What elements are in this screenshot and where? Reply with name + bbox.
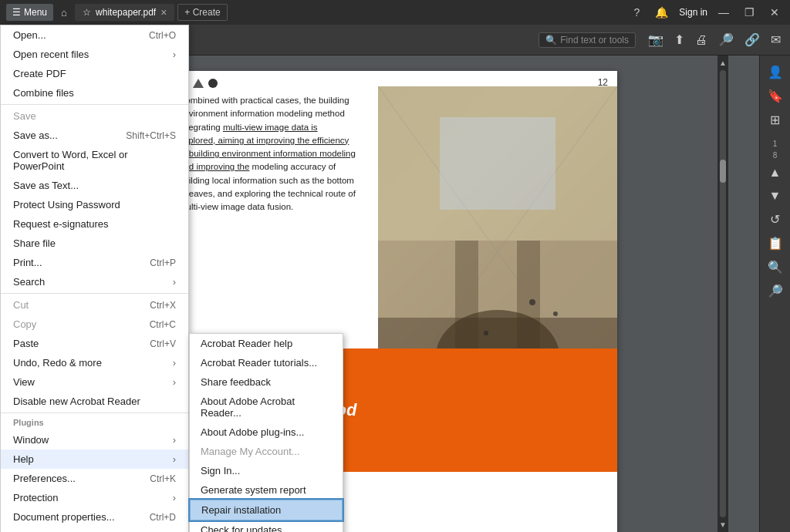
submenu-item-tutorials[interactable]: Acrobat Reader tutorials... [190,353,343,372]
menu-item-doc-props[interactable]: Document properties... Ctrl+D [1,507,188,527]
menu-search-arrow: › [173,276,176,288]
home-button[interactable]: ⌂ [56,4,72,21]
menu-undo-label: Undo, Redo & more [13,357,102,369]
svg-point-11 [484,331,488,335]
menu-item-search[interactable]: Search › [1,272,188,291]
menu-protect-label: Protect Using Password [13,199,120,210]
submenu-item-about[interactable]: About Adobe Acrobat Reader... [190,392,343,423]
menu-protection-arrow: › [173,492,176,503]
toolbar-search-area[interactable]: 🔍 Find text or tools [538,32,636,48]
menu-item-save-text[interactable]: Save as Text... [1,176,188,195]
menu-doc-props-label: Document properties... [13,511,115,523]
menu-item-create-pdf[interactable]: Create PDF [1,64,188,83]
submenu-item-updates[interactable]: Check for updates [190,520,343,532]
print-icon[interactable]: 🖨 [692,32,711,49]
menu-item-help[interactable]: Help › [1,450,188,469]
menu-divider-3 [1,412,188,413]
menu-item-protect[interactable]: Protect Using Password [1,195,188,214]
help-submenu: Acrobat Reader help Acrobat Reader tutor… [189,333,343,532]
submenu-item-repair[interactable]: Repair installation [190,500,343,520]
menu-item-open[interactable]: Open... Ctrl+O [1,25,188,45]
submenu-item-sysreport[interactable]: Generate system report [190,480,343,500]
menu-item-preferences[interactable]: Preferences... Ctrl+K [1,469,188,488]
menu-item-combine[interactable]: Combine files [1,83,188,103]
submenu-plugins-label: About Adobe plug-ins... [201,426,304,438]
menu-item-save-as[interactable]: Save as... Shift+Ctrl+S [1,126,188,145]
scrollbar[interactable]: ▲ ▼ [717,56,728,532]
submenu-signin-label: Sign In... [201,465,240,476]
panel-up-icon[interactable]: ▲ [766,163,785,183]
panel-comments-icon[interactable]: 👤 [765,62,786,82]
menu-view-label: View [13,376,35,388]
panel-zoom-out-icon[interactable]: 🔎 [765,281,786,301]
panel-organize-icon[interactable]: 📋 [765,233,786,254]
submenu-item-plugins[interactable]: About Adobe plug-ins... [190,423,343,442]
camera-icon[interactable]: 📷 [645,31,667,49]
menu-print-label: Print... [13,257,42,268]
menu-item-cut: Cut Ctrl+X [1,295,188,315]
top-bar: ☰ Menu ⌂ ☆ whitepaper.pdf × + Create ? 🔔… [0,0,790,25]
scroll-thumb[interactable] [720,160,726,183]
menu-create-pdf-label: Create PDF [13,68,66,79]
menu-item-share[interactable]: Share file [1,234,188,253]
menu-item-open-recent[interactable]: Open recent files › [1,45,188,64]
submenu-help-label: Acrobat Reader help [201,338,292,349]
submenu-sysreport-label: Generate system report [201,484,306,496]
panel-bookmark-icon[interactable]: 🔖 [765,86,786,106]
panel-down-icon[interactable]: ▼ [766,186,785,206]
menu-item-disable-new[interactable]: Disable new Acrobat Reader [1,392,188,411]
menu-item-save: Save [1,106,188,126]
create-label: + Create [184,7,220,18]
zoom-icon[interactable]: 🔎 [715,31,737,49]
toolbar-right: 📷 ⬆ 🖨 🔎 🔗 ✉ [645,31,784,49]
menu-item-print[interactable]: Print... Ctrl+P [1,253,188,272]
bell-icon-btn[interactable]: 🔔 [650,5,673,20]
tab-close-button[interactable]: × [160,6,167,19]
close-button[interactable]: ✕ [765,5,784,20]
circle-shape [208,79,218,88]
help-icon-btn[interactable]: ? [630,5,645,20]
menu-item-paste[interactable]: Paste Ctrl+V [1,334,188,353]
menu-item-protection[interactable]: Protection › [1,488,188,507]
menu-button[interactable]: ☰ Menu [6,4,53,21]
submenu-item-manage[interactable]: Manage My Account... [190,442,343,461]
menu-prefs-shortcut: Ctrl+K [150,473,176,484]
submenu-feedback-label: Share feedback [201,376,271,388]
svg-rect-4 [440,117,555,210]
menu-divider-1 [1,104,188,105]
menu-undo-arrow: › [173,357,176,369]
minimize-button[interactable]: — [714,5,734,20]
submenu-item-feedback[interactable]: Share feedback [190,372,343,392]
link-icon[interactable]: 🔗 [741,31,763,49]
menu-open-shortcut: Ctrl+O [149,30,176,41]
menu-esign-label: Request e-signatures [13,218,109,230]
submenu-item-signin[interactable]: Sign In... [190,461,343,480]
submenu-item-help[interactable]: Acrobat Reader help [190,334,343,353]
menu-item-exit[interactable]: Exit application Ctrl+Q [1,527,188,532]
panel-zoom-in-icon[interactable]: 🔍 [765,257,786,278]
svg-point-10 [553,311,558,316]
pdf-text-block: Combined with practical cases, the build… [179,94,356,214]
email-icon[interactable]: ✉ [768,31,784,49]
menu-item-undo[interactable]: Undo, Redo & more › [1,353,188,372]
sign-in-button[interactable]: Sign in [679,7,707,18]
menu-item-convert[interactable]: Convert to Word, Excel or PowerPoint [1,145,188,176]
menu-item-view[interactable]: View › [1,372,188,392]
panel-thumbnails-icon[interactable]: ⊞ [767,109,783,130]
menu-save-text-label: Save as Text... [13,180,79,191]
panel-refresh-icon[interactable]: ↺ [767,209,783,230]
scroll-down-arrow[interactable]: ▼ [719,520,727,529]
menu-share-label: Share file [13,237,56,249]
maximize-button[interactable]: ❐ [740,5,759,20]
page-num-top: 1 [773,140,778,148]
submenu-tutorials-label: Acrobat Reader tutorials... [201,357,317,369]
scroll-up-arrow[interactable]: ▲ [719,59,727,67]
create-button[interactable]: + Create [177,4,227,21]
menu-label: Menu [24,7,47,18]
pdf-tab[interactable]: ☆ whitepaper.pdf × [75,4,174,21]
top-bar-right: ? 🔔 Sign in — ❐ ✕ [630,5,785,20]
tab-star-icon: ☆ [83,7,91,18]
upload-icon[interactable]: ⬆ [671,31,687,49]
menu-item-esign[interactable]: Request e-signatures [1,214,188,234]
menu-item-window[interactable]: Window › [1,430,188,450]
